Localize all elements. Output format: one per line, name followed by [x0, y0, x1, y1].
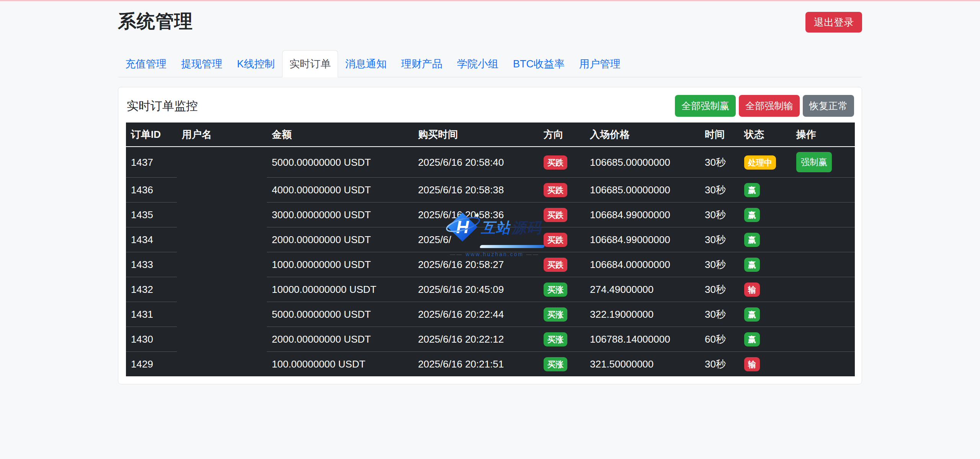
buy-time-cell: 2025/6/16 20:58:27 [413, 252, 539, 277]
duration-cell: 30秒 [700, 352, 739, 377]
direction-badge: 买跌 [544, 233, 567, 247]
column-header-7: 状态 [739, 123, 791, 147]
status-badge: 赢 [744, 183, 760, 197]
username-cell [177, 302, 267, 327]
tab-kline[interactable]: K线控制 [230, 50, 282, 77]
status-badge: 赢 [744, 307, 760, 322]
amount-cell: 10000.00000000 USDT [267, 277, 413, 302]
buy-time-cell: 2025/6/16 20:45:09 [413, 277, 539, 302]
order-row: 14353000.00000000 USDT2025/6/16 20:58:36… [126, 203, 855, 227]
amount-cell: 5000.00000000 USDT [267, 147, 413, 178]
status-badge: 输 [744, 283, 760, 297]
duration-cell: 30秒 [700, 277, 739, 302]
direction-cell: 买跌 [539, 227, 585, 252]
column-header-0: 订单ID [126, 123, 177, 147]
duration-cell: 30秒 [700, 227, 739, 252]
direction-cell: 买涨 [539, 302, 585, 327]
entry-price-cell: 106684.99000000 [585, 203, 700, 227]
action-cell [791, 227, 855, 252]
entry-price-cell: 321.50000000 [585, 352, 700, 377]
buy-time-cell: 2025/6/16 20:58:40 [413, 147, 539, 178]
entry-price-cell: 106684.99000000 [585, 227, 700, 252]
buy-time-cell: 2025/6/16 20:22:44 [413, 302, 539, 327]
buy-time-cell: 2025/6/16 20:58:38 [413, 178, 539, 203]
direction-badge: 买涨 [544, 283, 567, 297]
action-cell [791, 277, 855, 302]
username-cell [177, 252, 267, 277]
duration-cell: 30秒 [700, 147, 739, 178]
amount-cell: 2000.00000000 USDT [267, 327, 413, 352]
direction-cell: 买涨 [539, 327, 585, 352]
username-cell [177, 178, 267, 203]
entry-price-cell: 106788.14000000 [585, 327, 700, 352]
tab-bar: 充值管理提现管理K线控制实时订单消息通知理财产品学院小组BTC收益率用户管理 [118, 50, 862, 77]
panel-header: 实时订单监控 全部强制赢 全部强制输 恢复正常 [126, 95, 854, 117]
status-cell: 赢 [739, 203, 791, 227]
tab-users[interactable]: 用户管理 [572, 50, 628, 77]
column-header-8: 操作 [791, 123, 855, 147]
duration-cell: 30秒 [700, 203, 739, 227]
direction-badge: 买跌 [544, 183, 567, 197]
direction-badge: 买跌 [544, 258, 567, 272]
duration-cell: 30秒 [700, 252, 739, 277]
column-header-6: 时间 [700, 123, 739, 147]
order-id-cell: 1433 [126, 252, 177, 277]
order-id-cell: 1429 [126, 352, 177, 377]
status-badge: 输 [744, 357, 760, 371]
action-cell [791, 178, 855, 203]
page-title: 系统管理 [118, 10, 193, 33]
order-id-cell: 1436 [126, 178, 177, 203]
amount-cell: 3000.00000000 USDT [267, 203, 413, 227]
direction-badge: 买跌 [544, 155, 567, 170]
username-cell [177, 147, 267, 178]
amount-cell: 5000.00000000 USDT [267, 302, 413, 327]
status-cell: 赢 [739, 252, 791, 277]
amount-cell: 2000.00000000 USDT [267, 227, 413, 252]
order-id-cell: 1432 [126, 277, 177, 302]
order-id-cell: 1435 [126, 203, 177, 227]
status-badge: 赢 [744, 258, 760, 272]
logout-button[interactable]: 退出登录 [805, 12, 862, 33]
table-header: 订单ID用户名金额购买时间方向入场价格时间状态操作 [126, 123, 855, 147]
force-lose-all-button[interactable]: 全部强制输 [739, 95, 800, 117]
force-win-button[interactable]: 强制赢 [796, 152, 832, 172]
entry-price-cell: 322.19000000 [585, 302, 700, 327]
tab-withdraw[interactable]: 提现管理 [174, 50, 230, 77]
status-cell: 处理中 [739, 147, 791, 178]
entry-price-cell: 106684.00000000 [585, 252, 700, 277]
duration-cell: 60秒 [700, 327, 739, 352]
restore-normal-button[interactable]: 恢复正常 [803, 95, 854, 117]
amount-cell: 100.00000000 USDT [267, 352, 413, 377]
panel-actions: 全部强制赢 全部强制输 恢复正常 [675, 95, 854, 117]
column-header-3: 购买时间 [413, 123, 539, 147]
status-badge: 处理中 [744, 155, 776, 170]
tab-notifications[interactable]: 消息通知 [338, 50, 394, 77]
tab-academy-groups[interactable]: 学院小组 [450, 50, 506, 77]
page-header: 系统管理 退出登录 [118, 10, 862, 33]
entry-price-cell: 106685.00000000 [585, 178, 700, 203]
amount-cell: 4000.00000000 USDT [267, 178, 413, 203]
buy-time-cell: 2025/6/16 20:21:51 [413, 352, 539, 377]
direction-badge: 买涨 [544, 357, 567, 371]
orders-table: 订单ID用户名金额购买时间方向入场价格时间状态操作 14375000.00000… [126, 123, 855, 376]
status-cell: 输 [739, 352, 791, 377]
tab-realtime-orders[interactable]: 实时订单 [282, 50, 338, 77]
action-cell [791, 252, 855, 277]
tab-btc-yield[interactable]: BTC收益率 [506, 50, 572, 77]
order-row: 14302000.00000000 USDT2025/6/16 20:22:12… [126, 327, 855, 352]
orders-panel: 实时订单监控 全部强制赢 全部强制输 恢复正常 订单ID用户名金额购买时间方向入… [118, 87, 862, 384]
username-cell [177, 227, 267, 252]
tab-wealth-products[interactable]: 理财产品 [394, 50, 450, 77]
order-row: 14364000.00000000 USDT2025/6/16 20:58:38… [126, 178, 855, 203]
action-cell: 强制赢 [791, 147, 855, 178]
duration-cell: 30秒 [700, 178, 739, 203]
force-win-all-button[interactable]: 全部强制赢 [675, 95, 736, 117]
tab-recharge[interactable]: 充值管理 [118, 50, 174, 77]
username-cell [177, 327, 267, 352]
status-cell: 赢 [739, 227, 791, 252]
status-cell: 赢 [739, 302, 791, 327]
direction-badge: 买涨 [544, 307, 567, 322]
action-cell [791, 352, 855, 377]
amount-cell: 1000.00000000 USDT [267, 252, 413, 277]
order-id-cell: 1434 [126, 227, 177, 252]
